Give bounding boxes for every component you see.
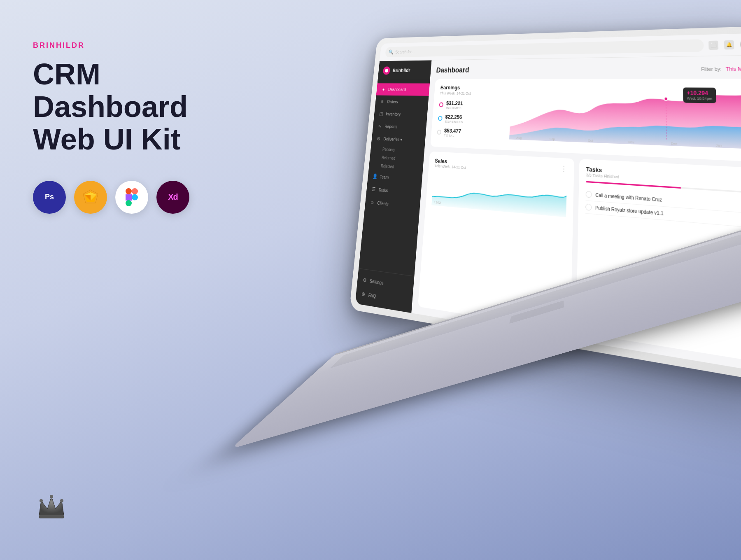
sidebar-item-label: Tasks [378, 187, 388, 193]
figma-icon [115, 181, 148, 214]
brand-label: BRINHILDR [33, 41, 231, 50]
svg-point-7 [132, 194, 138, 200]
content-header: Dashboard Filter by: This Month [436, 63, 741, 75]
expenses-dot [438, 116, 443, 121]
xd-icon: Xd [156, 181, 189, 214]
sidebar-item-orders[interactable]: ≡ Orders [375, 95, 429, 108]
svg-point-13 [60, 499, 63, 502]
incomes-dot [439, 102, 443, 107]
task-checkbox-2[interactable] [585, 203, 592, 210]
sidebar-item-label: Team [380, 174, 389, 180]
crown-logo [33, 488, 70, 527]
search-bar[interactable]: 🔍 Search for... [385, 39, 704, 57]
dashboard-icon: ● [381, 87, 386, 92]
left-panel: BRINHILDR CRM Dashboard Web UI Kit Ps [33, 41, 231, 230]
clients-icon: ☺ [370, 199, 375, 205]
earnings-card: Earnings This Week, 14-21 Oct $31.221 IN… [430, 79, 741, 162]
page-title: Dashboard [436, 66, 469, 74]
svg-rect-10 [39, 515, 64, 518]
sales-chart-svg: ↑102 [431, 171, 567, 217]
task-label-1: Call a meeting with Renato Cruz [595, 192, 662, 203]
sidebar-item-label: Orders [387, 99, 398, 104]
team-icon: 👤 [372, 173, 377, 180]
copy-icon[interactable]: ⬜ [708, 40, 718, 49]
chart-tooltip: +10.294 Wed, 10:54pm [683, 87, 716, 103]
svg-text:Dec: Dec [671, 142, 678, 146]
tasks-card-header: Tasks 3/5 Tasks Finished ⋮ [586, 166, 741, 187]
sidebar-item-label: Dashboard [388, 87, 406, 92]
svg-text:Nov: Nov [628, 140, 634, 144]
faq-icon: ⊕ [361, 291, 366, 298]
sidebar-item-label: Clients [377, 201, 389, 207]
logo-icon [383, 66, 391, 75]
svg-rect-5 [126, 188, 132, 194]
svg-rect-8 [126, 194, 132, 201]
sidebar-item-reports[interactable]: ∿ Reports [373, 120, 427, 134]
earnings-item-expenses: $22.256 EXPENSES [438, 114, 504, 125]
reports-icon: ∿ [377, 123, 382, 129]
sidebar-bottom: ⚙ Settings ⊕ FAQ [355, 268, 415, 313]
tooltip-date: Wed, 10:54pm [687, 96, 713, 101]
photoshop-icon: Ps [33, 181, 66, 214]
svg-rect-6 [132, 188, 138, 194]
expenses-amount: $22.256 [445, 114, 464, 120]
expenses-label: EXPENSES [445, 120, 463, 124]
sidebar-logo: Brinhildr [377, 60, 431, 80]
sketch-icon [74, 181, 107, 214]
filter-label: Filter by: [701, 66, 722, 72]
earnings-item-incomes: $31.221 INCOMES [439, 100, 505, 111]
search-placeholder: Search for... [395, 49, 415, 54]
sidebar-item-label: FAQ [368, 292, 376, 299]
total-amount: $53.477 [444, 127, 461, 134]
task-label-2: Publish Royalz store update v1.1 [595, 205, 664, 216]
earnings-left: Earnings This Week, 14-21 Oct $31.221 IN… [436, 84, 506, 144]
tooltip-amount: +10.294 [687, 90, 712, 96]
earnings-subtitle: This Week, 14-21 Oct [440, 91, 505, 96]
earnings-title: Earnings [440, 84, 506, 91]
laptop-container: 🔍 Search for... ⬜ 🔔 [313, 33, 741, 527]
svg-rect-9 [126, 200, 132, 206]
svg-text:↑102: ↑102 [433, 200, 441, 205]
incomes-amount: $31.221 [446, 100, 463, 106]
sidebar-item-label: Inventory [386, 112, 401, 117]
orders-icon: ≡ [380, 99, 384, 104]
inventory-icon: ◫ [378, 111, 383, 116]
sidebar-item-dashboard[interactable]: ● Dashboard [376, 83, 430, 96]
app-name: Brinhildr [392, 68, 410, 73]
tool-icons-row: Ps Xd [33, 181, 231, 214]
search-icon: 🔍 [389, 49, 394, 55]
svg-point-11 [40, 499, 43, 502]
deliveries-submenu: Pending Returned Rejected [369, 145, 425, 173]
tasks-icon: ☰ [371, 186, 376, 192]
sidebar-item-inventory[interactable]: ◫ Inventory [374, 107, 428, 121]
main-title: CRM Dashboard Web UI Kit [33, 58, 231, 156]
earnings-chart: +10.294 Wed, 10:54pm [509, 85, 741, 154]
incomes-label: INCOMES [446, 106, 463, 110]
svg-text:Jan: Jan [716, 143, 722, 147]
sidebar-item-label: Reports [384, 124, 398, 129]
sidebar-item-label: Deliveries ▾ [383, 136, 403, 142]
sales-menu-icon[interactable]: ⋮ [560, 164, 567, 173]
earnings-item-total: $53.477 TOTAL [437, 127, 503, 140]
top-bar-actions: ⬜ 🔔 [708, 39, 741, 51]
total-dot [437, 130, 441, 135]
filter-control[interactable]: Filter by: This Month [701, 64, 741, 72]
svg-point-12 [50, 495, 53, 498]
sidebar-item-label: Settings [370, 278, 384, 286]
deliveries-icon: ⊙ [376, 136, 381, 142]
settings-icon: ⚙ [362, 277, 367, 284]
filter-value: This Month [726, 66, 741, 72]
svg-text:Oct: Oct [588, 138, 593, 142]
total-label: TOTAL [444, 133, 461, 138]
bell-icon[interactable]: 🔔 [724, 40, 734, 49]
task-checkbox-1[interactable] [586, 191, 592, 198]
